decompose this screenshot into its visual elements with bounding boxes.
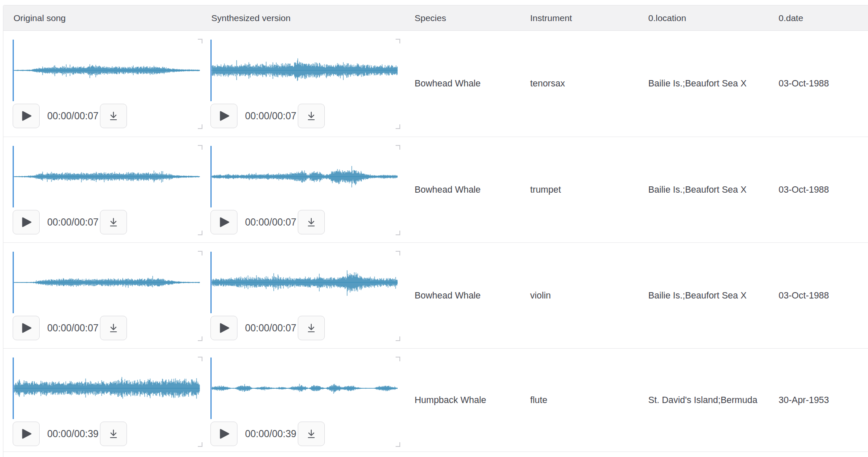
play-button[interactable] [13, 210, 40, 234]
synthesized-version-cell: 00:00/00:07 [201, 137, 404, 242]
time-display: 00:00/00:07 [47, 110, 99, 122]
time-display: 00:00/00:07 [47, 323, 99, 334]
play-button[interactable] [210, 316, 237, 340]
audio-controls: 00:00/00:07 [210, 210, 398, 234]
original-song-cell: 00:00/00:39 [3, 349, 201, 452]
species-cell: Bowhead Whale [404, 243, 520, 348]
audio-player-original: 00:00/00:07 [13, 146, 200, 234]
play-button[interactable] [13, 316, 40, 340]
corner-mark [198, 145, 202, 150]
download-button[interactable] [100, 210, 127, 234]
playhead-cursor [13, 40, 14, 101]
playhead-cursor [210, 358, 212, 419]
audio-player-synthesized: 00:00/00:07 [210, 252, 398, 340]
original-song-cell: 00:00/00:07 [3, 243, 201, 348]
waveform[interactable] [210, 358, 398, 419]
audio-player-original: 00:00/00:07 [13, 252, 200, 340]
synthesized-version-cell: 00:00/00:07 [201, 31, 404, 137]
play-icon [218, 216, 230, 228]
waveform[interactable] [13, 146, 200, 207]
play-button[interactable] [13, 104, 40, 128]
audio-controls: 00:00/00:39 [210, 422, 398, 446]
time-display: 00:00/00:07 [245, 110, 297, 122]
download-icon [306, 110, 317, 122]
next-row-partial [3, 452, 868, 457]
corner-mark [198, 124, 202, 129]
column-header-instrument: Instrument [520, 5, 638, 30]
play-button[interactable] [13, 422, 40, 446]
corner-mark [396, 442, 400, 447]
corner-mark [396, 124, 400, 129]
audio-controls: 00:00/00:07 [210, 104, 398, 128]
download-icon [108, 428, 119, 440]
corner-mark [396, 145, 400, 150]
date-cell: 03-Oct-1988 [768, 243, 868, 348]
download-icon [108, 217, 119, 228]
download-button[interactable] [298, 422, 325, 446]
audio-player-synthesized: 00:00/00:07 [210, 40, 398, 128]
table-row: 00:00/00:39 00:00/00:39 [3, 349, 868, 452]
play-button[interactable] [210, 104, 237, 128]
instrument-cell: trumpet [520, 137, 638, 242]
audio-controls: 00:00/00:39 [13, 422, 200, 446]
play-icon [21, 428, 32, 440]
waveform[interactable] [13, 252, 200, 313]
playhead-cursor [210, 252, 212, 313]
download-icon [108, 323, 119, 334]
corner-mark [396, 251, 400, 255]
corner-mark [198, 442, 202, 447]
corner-mark [396, 231, 400, 235]
location-cell: Bailie Is.;Beaufort Sea X [638, 137, 768, 242]
species-cell: Humpback Whale [404, 349, 520, 452]
play-button[interactable] [210, 422, 237, 446]
date-cell: 03-Oct-1988 [768, 31, 868, 137]
play-icon [21, 322, 32, 334]
column-header-location: 0.location [638, 5, 768, 30]
audio-player-original: 00:00/00:07 [13, 40, 200, 128]
play-icon [218, 110, 230, 122]
synthesized-version-cell: 00:00/00:07 [201, 243, 404, 348]
download-button[interactable] [100, 104, 127, 128]
waveform[interactable] [210, 40, 398, 101]
playhead-cursor [210, 40, 212, 101]
corner-mark [198, 231, 202, 235]
instrument-cell: tenorsax [520, 31, 638, 137]
waveform[interactable] [210, 146, 398, 207]
column-header-species: Species [404, 5, 520, 30]
original-song-cell: 00:00/00:07 [3, 31, 201, 137]
table-header: Original song Synthesized version Specie… [3, 5, 868, 31]
corner-mark [198, 336, 202, 341]
waveform[interactable] [13, 358, 200, 419]
waveform[interactable] [210, 252, 398, 313]
waveform[interactable] [13, 40, 200, 101]
audio-controls: 00:00/00:07 [13, 316, 200, 340]
playhead-cursor [13, 252, 14, 313]
download-button[interactable] [298, 210, 325, 234]
location-cell: Bailie Is.;Beaufort Sea X [638, 31, 768, 137]
download-button[interactable] [100, 422, 127, 446]
time-display: 00:00/00:07 [47, 217, 99, 228]
play-button[interactable] [210, 210, 237, 234]
download-button[interactable] [100, 316, 127, 340]
corner-mark [396, 336, 400, 341]
download-icon [306, 323, 317, 334]
date-cell: 30-Apr-1953 [768, 349, 868, 452]
column-header-date: 0.date [768, 5, 868, 30]
instrument-cell: violin [520, 243, 638, 348]
corner-mark [198, 251, 202, 255]
download-button[interactable] [298, 104, 325, 128]
audio-controls: 00:00/00:07 [13, 104, 200, 128]
location-cell: Bailie Is.;Beaufort Sea X [638, 243, 768, 348]
download-icon [306, 217, 317, 228]
download-button[interactable] [298, 316, 325, 340]
playhead-cursor [210, 146, 212, 207]
instrument-cell: flute [520, 349, 638, 452]
species-cell: Bowhead Whale [404, 31, 520, 137]
location-cell: St. David's Island;Bermuda [638, 349, 768, 452]
download-icon [108, 110, 119, 122]
species-cell: Bowhead Whale [404, 137, 520, 242]
column-header-synthesized-version: Synthesized version [201, 5, 404, 30]
audio-player-synthesized: 00:00/00:07 [210, 146, 398, 234]
date-cell: 03-Oct-1988 [768, 137, 868, 242]
play-icon [218, 322, 230, 334]
